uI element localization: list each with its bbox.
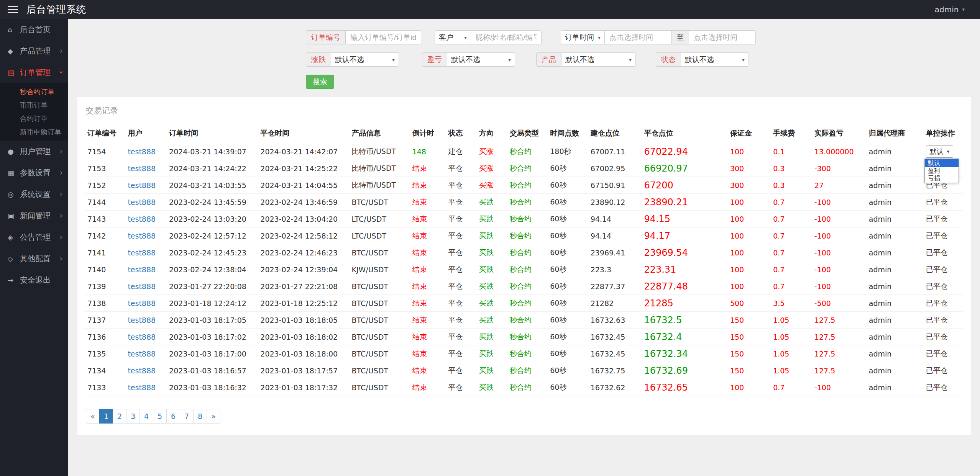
sidebar-subitem[interactable]: 新币申购订单 — [0, 125, 68, 139]
cell-duration: 60秒 — [548, 362, 588, 379]
rise-fall-select[interactable]: 默认不选 ▾ — [331, 52, 399, 67]
product-select[interactable]: 默认不选 ▾ — [561, 52, 636, 67]
time-from-input[interactable] — [604, 30, 671, 44]
table-row: 7152test8882024-03-21 14:03:552024-03-21… — [85, 177, 963, 194]
pagination-item[interactable]: « — [86, 409, 100, 424]
sidebar-item-params[interactable]: ▦参数设置› — [0, 162, 68, 183]
user-link[interactable]: test888 — [128, 366, 156, 375]
pagination-item[interactable]: 4 — [140, 409, 153, 424]
sidebar-submenu: 秒合约订单币币订单合约订单新币申购订单 — [0, 83, 68, 141]
sidebar-item-home[interactable]: ⌂后台首页 — [0, 19, 68, 40]
chevron-right-icon: › — [60, 211, 63, 220]
cell-product: KJW/USDT — [350, 261, 410, 278]
user-link[interactable]: test888 — [128, 316, 156, 324]
sidebar-item-orders[interactable]: ▤订单管理› — [0, 62, 68, 83]
sidebar-item-logout[interactable]: →安全退出 — [0, 269, 68, 291]
cell-duration: 60秒 — [548, 194, 588, 211]
cell-duration: 60秒 — [548, 261, 588, 278]
cell-trade-type: 秒合约 — [507, 194, 548, 211]
time-type-select[interactable]: 订单时间 ▾ — [561, 30, 605, 44]
user-link[interactable]: test888 — [128, 333, 156, 341]
cell-direction: 买跌 — [477, 244, 507, 261]
sidebar-item-products[interactable]: ◆产品管理› — [0, 40, 68, 62]
pagination-item[interactable]: 7 — [180, 409, 194, 424]
control-select-option[interactable]: 默认 — [925, 159, 959, 167]
user-link[interactable]: test888 — [128, 249, 156, 257]
user-link[interactable]: test888 — [128, 181, 156, 190]
cell-order-no: 7138 — [85, 295, 125, 312]
cell-agent: admin — [867, 379, 924, 396]
control-select-option[interactable]: 亏损 — [925, 175, 959, 182]
pagination-item[interactable]: 1 — [99, 409, 113, 424]
cell-profit: -100 — [812, 227, 867, 244]
user-link[interactable]: test888 — [128, 265, 156, 274]
profit-loss-group: 盈亏 默认不选 ▾ — [422, 52, 515, 67]
pagination-item[interactable]: 8 — [193, 409, 207, 424]
cell-trade-type: 秒合约 — [507, 177, 548, 194]
user-menu[interactable]: admin ▾ — [935, 5, 965, 14]
table-row: 7144test8882023-02-24 13:45:592023-02-24… — [85, 194, 963, 211]
cell-order-time: 2023-01-03 18:17:05 — [167, 312, 258, 329]
cell-product: 比特币/USDT — [350, 143, 410, 160]
sidebar-item-users[interactable]: ●用户管理› — [0, 141, 68, 162]
cell-margin: 100 — [728, 194, 771, 211]
pagination-item[interactable]: 2 — [113, 409, 126, 424]
cell-agent: admin — [867, 295, 924, 312]
order-no-input[interactable] — [345, 30, 422, 44]
sidebar-item-other[interactable]: ◇其他配置› — [0, 248, 68, 269]
profit-loss-select[interactable]: 默认不选 ▾ — [447, 52, 515, 67]
customer-input[interactable] — [471, 30, 542, 44]
user-link[interactable]: test888 — [128, 198, 156, 206]
cell-countdown: 结束 — [410, 295, 446, 312]
cell-open-price: 67002.95 — [588, 160, 642, 177]
cell-agent: admin — [867, 160, 924, 177]
sidebar-subitem[interactable]: 币币订单 — [0, 98, 68, 112]
customer-select[interactable]: 客户 ▾ — [435, 30, 471, 44]
time-to-input[interactable] — [689, 30, 756, 44]
status-select[interactable]: 默认不选 ▾ — [681, 52, 749, 67]
customer-group: 客户 ▾ — [435, 30, 542, 44]
sidebar-menu: ⌂后台首页◆产品管理›▤订单管理›秒合约订单币币订单合约订单新币申购订单●用户管… — [0, 19, 68, 291]
control-select[interactable]: 默认▾ — [926, 146, 954, 158]
cell-duration: 60秒 — [548, 312, 588, 329]
cell-open-price: 94.14 — [588, 211, 642, 227]
cell-direction: 买跌 — [477, 312, 507, 329]
cell-agent: admin — [867, 211, 924, 227]
cell-countdown: 结束 — [410, 211, 446, 227]
cell-order-time: 2023-02-24 12:38:04 — [167, 261, 258, 278]
user-link[interactable]: test888 — [128, 164, 156, 173]
table-row: 7135test8882023-01-03 18:17:002023-01-03… — [85, 345, 963, 362]
status-label: 状态 — [656, 52, 681, 67]
user-link[interactable]: test888 — [128, 299, 156, 308]
user-link[interactable]: test888 — [128, 282, 156, 291]
user-link[interactable]: test888 — [128, 383, 156, 392]
sidebar-subitem[interactable]: 合约订单 — [0, 112, 68, 125]
order-no-label: 订单编号 — [306, 30, 346, 44]
user-link[interactable]: test888 — [128, 350, 156, 358]
cell-product: 比特币/USDT — [350, 160, 410, 177]
records-table: 订单编号用户订单时间平仓时间产品信息倒计时状态方向交易类型时间点数建仓点位平仓点… — [85, 124, 963, 396]
sidebar-item-news[interactable]: ▣新闻管理› — [0, 205, 68, 226]
hamburger-menu-icon[interactable] — [8, 4, 18, 15]
cell-order-no: 7139 — [85, 278, 125, 295]
user-link[interactable]: test888 — [128, 215, 156, 223]
user-link[interactable]: test888 — [128, 147, 156, 156]
user-link[interactable]: test888 — [128, 232, 156, 240]
cell-countdown: 结束 — [410, 312, 446, 329]
pagination-item[interactable]: 3 — [126, 409, 140, 424]
pagination-item[interactable]: 5 — [153, 409, 167, 424]
sidebar-subitem[interactable]: 秒合约订单 — [0, 85, 68, 98]
pagination-item[interactable]: 6 — [166, 409, 180, 424]
control-select-option[interactable]: 盈利 — [925, 167, 959, 175]
chevron-right-icon: › — [60, 232, 63, 242]
cell-profit: -100 — [812, 379, 867, 396]
cell-status: 平仓 — [446, 379, 477, 396]
cell-user: test888 — [125, 160, 167, 177]
cell-user: test888 — [125, 362, 167, 379]
table-row: 7142test8882023-02-24 12:57:122023-02-24… — [85, 227, 963, 244]
pagination-item[interactable]: » — [207, 409, 220, 424]
cell-open-price: 23969.41 — [588, 244, 642, 261]
search-button[interactable]: 搜索 — [306, 75, 334, 89]
sidebar-item-notice[interactable]: ◈公告管理› — [0, 226, 68, 248]
sidebar-item-system[interactable]: ◎系统设置› — [0, 183, 68, 205]
